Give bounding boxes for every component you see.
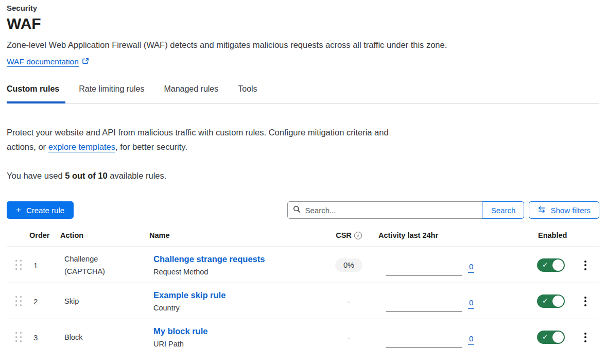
- doc-link-row: WAF documentation: [7, 57, 599, 67]
- csr-badge: 0%: [335, 258, 362, 272]
- check-icon: ✓: [542, 297, 548, 305]
- tab-custom-rules[interactable]: Custom rules: [7, 84, 65, 103]
- rule-action: Block: [60, 331, 117, 343]
- tab-managed-rules[interactable]: Managed rules: [164, 84, 224, 103]
- waf-page: Security WAF Zone-level Web Application …: [0, 0, 606, 364]
- kebab-menu-icon[interactable]: [580, 330, 591, 345]
- external-link-icon: [82, 58, 89, 67]
- search-box: [287, 201, 482, 219]
- csr-label: CSR: [336, 231, 352, 239]
- activity-sparkline: [386, 275, 462, 276]
- csr-value-cell: 0%: [335, 258, 362, 272]
- usage-suffix: available rules.: [108, 171, 167, 180]
- page-description: Zone-level Web Application Firewall (WAF…: [7, 40, 599, 50]
- enabled-cell: ✓: [533, 294, 572, 308]
- activity-cell: 0: [373, 319, 481, 355]
- toggle-knob: [552, 296, 564, 307]
- activity-cell: 0: [373, 247, 481, 283]
- info-icon[interactable]: i: [354, 232, 362, 239]
- column-header-activity: Activity last 24hr: [373, 231, 481, 239]
- rule-order: 1: [29, 261, 60, 270]
- create-rule-button[interactable]: + Create rule: [7, 201, 74, 219]
- table-header-row: Order Action Name CSR i Activity last 24…: [7, 231, 599, 247]
- page-title: WAF: [7, 15, 599, 32]
- breadcrumb: Security: [7, 4, 599, 12]
- csr-value-cell: -: [348, 297, 350, 306]
- rule-name-link[interactable]: My block rule: [153, 326, 324, 336]
- activity-count-link[interactable]: 0: [468, 334, 474, 345]
- activity-cell: 0: [373, 283, 481, 319]
- rule-order: 3: [29, 333, 60, 342]
- show-filters-button[interactable]: Show filters: [529, 201, 599, 219]
- check-icon: ✓: [542, 261, 548, 269]
- rule-name-link[interactable]: Example skip rule: [153, 290, 324, 300]
- kebab-menu-icon[interactable]: [580, 257, 591, 273]
- tab-tools[interactable]: Tools: [238, 84, 263, 103]
- drag-handle-icon[interactable]: [15, 296, 29, 306]
- explore-templates-link[interactable]: explore templates: [48, 142, 115, 152]
- column-header-order: Order: [29, 231, 60, 239]
- rule-field: Country: [153, 304, 324, 312]
- intro-text-after: , for better security.: [115, 142, 187, 151]
- usage-prefix: You have used: [7, 171, 65, 180]
- check-icon: ✓: [542, 333, 548, 341]
- search-group: Search: [287, 201, 524, 219]
- rule-action: Skip: [60, 295, 117, 307]
- rule-order: 2: [29, 297, 60, 306]
- kebab-menu-icon[interactable]: [580, 293, 591, 309]
- search-input[interactable]: [305, 206, 477, 215]
- tab-rate-limiting-rules[interactable]: Rate limiting rules: [79, 84, 150, 103]
- toolbar: + Create rule Search Show filters: [7, 201, 599, 219]
- enabled-cell: ✓: [533, 258, 572, 272]
- toggle-knob: [552, 259, 564, 271]
- rule-field: Request Method: [153, 268, 324, 276]
- search-icon: [293, 205, 301, 215]
- column-header-enabled: Enabled: [533, 231, 572, 239]
- table-row: 1 Challenge (CAPTCHA) Challenge strange …: [7, 247, 599, 283]
- usage-text: You have used 5 out of 10 available rule…: [7, 171, 599, 181]
- table-row: 3 Block My block rule URI Path - 0 ✓: [7, 319, 599, 355]
- custom-rules-table: Order Action Name CSR i Activity last 24…: [7, 231, 599, 355]
- intro-text: Protect your website and API from malici…: [7, 125, 390, 154]
- drag-handle-icon[interactable]: [15, 260, 29, 270]
- activity-sparkline: [386, 311, 462, 312]
- show-filters-label: Show filters: [550, 206, 591, 215]
- table-row: 2 Skip Example skip rule Country - 0 ✓: [7, 283, 599, 319]
- plus-icon: +: [16, 205, 21, 215]
- enabled-toggle[interactable]: ✓: [537, 331, 565, 344]
- toggle-knob: [552, 332, 564, 343]
- column-header-action: Action: [60, 231, 149, 239]
- enabled-toggle[interactable]: ✓: [537, 258, 565, 272]
- enabled-toggle[interactable]: ✓: [537, 294, 565, 308]
- create-rule-label: Create rule: [26, 206, 64, 215]
- rule-name-cell: My block rule URI Path: [149, 326, 324, 348]
- activity-count-link[interactable]: 0: [468, 262, 474, 273]
- csr-value-cell: -: [348, 333, 350, 342]
- rule-action: Challenge (CAPTCHA): [60, 253, 117, 278]
- enabled-cell: ✓: [533, 331, 572, 344]
- rule-field: URI Path: [153, 340, 324, 348]
- swap-arrows-icon: [538, 206, 546, 215]
- activity-sparkline: [386, 347, 462, 348]
- usage-count: 5 out of 10: [65, 171, 108, 180]
- column-header-csr: CSR i: [336, 231, 362, 239]
- drag-handle-icon[interactable]: [15, 332, 29, 342]
- column-header-name: Name: [149, 231, 324, 239]
- waf-documentation-link[interactable]: WAF documentation: [7, 57, 79, 67]
- search-button[interactable]: Search: [482, 201, 524, 219]
- rule-name-cell: Challenge strange requests Request Metho…: [149, 254, 324, 276]
- tab-bar: Custom rules Rate limiting rules Managed…: [7, 84, 599, 103]
- rule-name-link[interactable]: Challenge strange requests: [153, 254, 324, 264]
- rule-name-cell: Example skip rule Country: [149, 290, 324, 312]
- activity-count-link[interactable]: 0: [468, 298, 474, 309]
